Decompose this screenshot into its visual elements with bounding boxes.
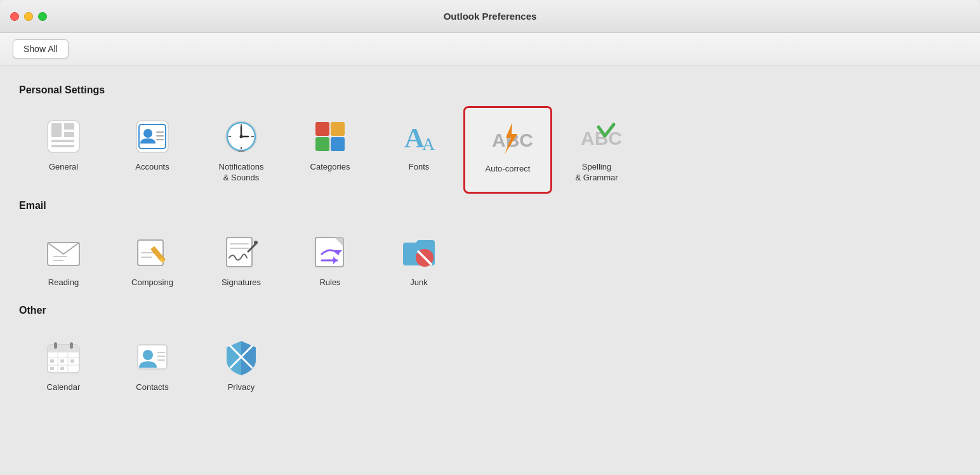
categories-label: Categories: [310, 162, 350, 173]
signatures-icon: [221, 232, 262, 272]
pref-item-junk[interactable]: Junk: [374, 222, 463, 298]
fonts-icon: A A: [399, 116, 439, 157]
preferences-content: Personal Settings General: [0, 65, 980, 429]
pref-item-autocorrect[interactable]: ABC Auto-correct: [463, 106, 552, 194]
maximize-button[interactable]: [38, 12, 47, 21]
svg-rect-54: [70, 342, 73, 349]
svg-text:A: A: [422, 134, 435, 154]
privacy-label: Privacy: [228, 382, 255, 393]
svg-rect-52: [48, 349, 79, 352]
composing-label: Composing: [131, 278, 173, 288]
svg-rect-25: [331, 137, 345, 151]
spelling-icon: ABC: [576, 116, 617, 157]
toolbar: Show All: [0, 33, 980, 65]
svg-rect-23: [331, 122, 345, 136]
reading-icon: [43, 232, 84, 272]
pref-item-reading[interactable]: Reading: [19, 222, 108, 298]
composing-icon: [132, 232, 173, 272]
pref-item-spelling[interactable]: ABC Spelling & Grammar: [552, 106, 641, 194]
window-title: Outlook Preferences: [444, 11, 537, 22]
pref-item-fonts[interactable]: A A Fonts: [374, 106, 463, 194]
minimize-button[interactable]: [24, 12, 33, 21]
svg-point-65: [143, 350, 153, 360]
categories-icon: [310, 116, 350, 157]
show-all-button[interactable]: Show All: [13, 39, 69, 58]
general-label: General: [49, 162, 78, 173]
pref-item-privacy[interactable]: Privacy: [197, 326, 286, 403]
svg-rect-59: [50, 359, 54, 363]
svg-rect-1: [51, 123, 62, 137]
pref-item-rules[interactable]: Rules: [286, 222, 374, 298]
general-icon: [43, 116, 84, 157]
svg-rect-4: [51, 140, 74, 142]
accounts-icon: [132, 116, 173, 157]
autocorrect-label: Auto-correct: [486, 164, 531, 175]
svg-rect-62: [50, 367, 54, 370]
svg-rect-24: [315, 137, 329, 151]
signatures-label: Signatures: [222, 278, 261, 288]
svg-rect-22: [315, 122, 329, 136]
svg-rect-3: [64, 132, 74, 137]
pref-item-calendar[interactable]: Calendar: [19, 326, 108, 403]
pref-item-contacts[interactable]: Contacts: [108, 326, 197, 403]
pref-item-general[interactable]: General: [19, 106, 108, 194]
svg-rect-63: [60, 367, 64, 370]
accounts-label: Accounts: [135, 162, 169, 173]
svg-rect-60: [60, 359, 64, 363]
svg-rect-61: [70, 359, 74, 363]
email-row: Reading Composing: [19, 222, 961, 298]
calendar-label: Calendar: [47, 382, 81, 393]
autocorrect-icon: ABC: [487, 118, 528, 159]
close-button[interactable]: [10, 12, 19, 21]
notifications-icon: [221, 116, 262, 157]
personal-settings-row: General Accounts: [19, 106, 961, 194]
svg-point-43: [254, 241, 258, 244]
junk-label: Junk: [410, 278, 427, 288]
reading-label: Reading: [48, 278, 79, 288]
svg-rect-53: [54, 342, 57, 349]
fonts-label: Fonts: [409, 162, 430, 173]
svg-point-8: [143, 129, 152, 138]
pref-item-accounts[interactable]: Accounts: [108, 106, 197, 194]
junk-icon: [399, 232, 439, 272]
title-bar: Outlook Preferences: [0, 0, 980, 33]
contacts-label: Contacts: [136, 382, 168, 393]
spelling-label: Spelling & Grammar: [575, 162, 618, 184]
traffic-lights: [10, 12, 47, 21]
privacy-icon: [221, 337, 262, 377]
pref-item-signatures[interactable]: Signatures: [197, 222, 286, 298]
pref-item-notifications[interactable]: Notifications & Sounds: [197, 106, 286, 194]
contacts-icon: [132, 337, 173, 377]
other-section-title: Other: [19, 305, 961, 316]
svg-point-16: [240, 135, 243, 138]
email-section-title: Email: [19, 200, 961, 211]
svg-rect-2: [64, 123, 74, 130]
notifications-label: Notifications & Sounds: [219, 162, 264, 184]
calendar-icon: [43, 337, 84, 377]
pref-item-categories[interactable]: Categories: [286, 106, 374, 194]
rules-icon: [310, 232, 350, 272]
personal-settings-title: Personal Settings: [19, 84, 961, 96]
pref-item-composing[interactable]: Composing: [108, 222, 197, 298]
svg-rect-5: [51, 145, 74, 147]
other-row: Calendar Contacts: [19, 326, 961, 403]
rules-label: Rules: [319, 278, 340, 288]
